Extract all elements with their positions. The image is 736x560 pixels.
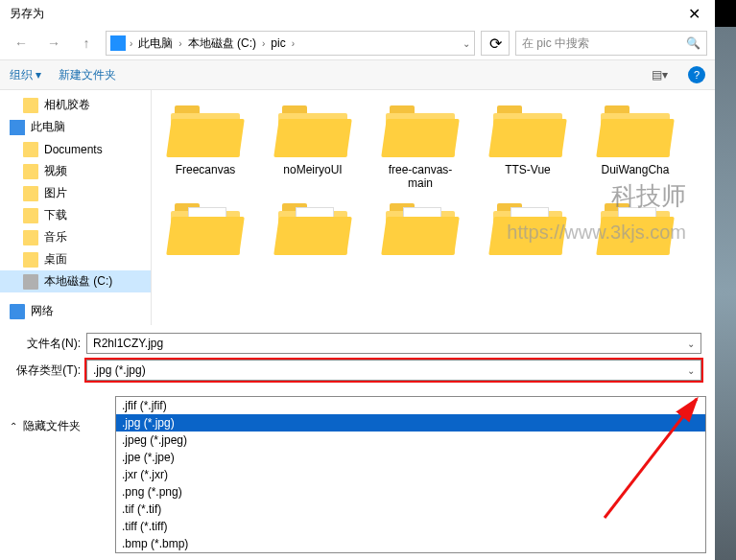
folder-item[interactable]: DuiWangCha [591,104,679,190]
folder-icon [171,201,240,255]
breadcrumb-seg[interactable]: pic [267,35,289,52]
chevron-right-icon: › [262,38,265,49]
breadcrumb-seg[interactable]: 本地磁盘 (C:) [184,34,260,54]
close-button[interactable]: ✕ [673,0,715,27]
folder-item[interactable] [484,201,572,261]
folder-icon [23,186,38,201]
folder-item[interactable] [376,201,464,261]
folder-icon [23,142,38,157]
sidebar-item-label: 图片 [44,185,67,201]
back-button[interactable]: ← [8,31,35,56]
folder-icon [386,104,455,157]
sidebar-item[interactable]: 本地磁盘 (C:) [0,270,151,292]
chevron-right-icon: › [130,38,132,49]
folder-item[interactable]: noMeiryoUI [269,104,357,190]
sidebar-item[interactable]: 桌面 [0,248,151,270]
pc-icon [10,120,25,135]
filetype-option[interactable]: .bmp (*.bmp) [116,535,705,552]
folder-item[interactable] [269,201,357,261]
breadcrumb-seg[interactable]: 此电脑 [134,34,177,54]
folder-label: Freecanvas [176,163,236,176]
fields: 文件名(N): R2hl1CZY.jpg ⌄ 保存类型(T): .jpg (*.… [0,325,715,381]
sidebar-item[interactable]: 下载 [0,204,151,226]
sidebar-item-label: 音乐 [44,229,67,245]
folder-icon [23,164,38,179]
filetype-option[interactable]: .jfif (*.jfif) [116,397,705,414]
disk-icon [23,274,38,290]
folder-item[interactable]: free-canvas-main [376,104,464,190]
breadcrumb[interactable]: › 此电脑 › 本地磁盘 (C:) › pic › ⌄ [106,31,475,56]
folder-icon [23,252,38,268]
help-button[interactable]: ? [688,66,705,83]
toolbar: 组织 ▾ 新建文件夹 ▤▾ ? [0,59,715,90]
chevron-down-icon[interactable]: ⌄ [463,38,470,49]
sidebar-item-label: 此电脑 [31,119,65,135]
view-mode-button[interactable]: ▤▾ [648,64,671,85]
folder-icon [278,104,347,157]
filename-label: 文件名(N): [13,336,86,352]
sidebar-item[interactable]: 视频 [0,160,151,182]
nav-row: ← → ↑ › 此电脑 › 本地磁盘 (C:) › pic › ⌄ ⟳ 在 pi… [0,27,715,59]
sidebar-item[interactable]: Documents [0,138,151,160]
sidebar-item[interactable]: 图片 [0,182,151,204]
filetype-option[interactable]: .tiff (*.tiff) [116,518,705,535]
search-placeholder: 在 pic 中搜索 [522,35,589,52]
sidebar-item[interactable]: 此电脑 [0,116,151,138]
save-as-dialog: 另存为 ✕ ← → ↑ › 此电脑 › 本地磁盘 (C:) › pic › ⌄ … [0,0,715,560]
filetype-option[interactable]: .png (*.png) [116,483,705,501]
sidebar-item[interactable]: 网络 [0,300,151,322]
sidebar-item[interactable]: 音乐 [0,226,151,248]
folder-icon [386,201,455,255]
filetype-option[interactable]: .jpe (*.jpe) [116,449,705,466]
filetype-option[interactable]: .tif (*.tif) [116,501,705,518]
chevron-right-icon: › [178,38,181,49]
forward-button: → [40,31,67,56]
sidebar-item-label: 相机胶卷 [44,97,90,113]
filetype-option[interactable]: .jxr (*.jxr) [116,466,705,483]
sidebar-item-label: 网络 [31,303,54,319]
filetype-dropdown[interactable]: .jfif (*.jfif).jpg (*.jpg).jpeg (*.jpeg)… [115,396,706,553]
folder-icon [23,208,38,223]
chevron-down-icon[interactable]: ⌄ [687,338,695,349]
chevron-right-icon: › [292,38,295,49]
folder-item[interactable] [161,201,249,261]
folder-icon [171,104,240,157]
background-strip [715,27,736,560]
new-folder-button[interactable]: 新建文件夹 [59,67,116,83]
sidebar-item-label: 下载 [44,207,67,223]
chevron-down-icon[interactable]: ⌄ [687,365,695,376]
folder-icon [278,201,347,255]
search-input[interactable]: 在 pic 中搜索 🔍 [515,31,707,56]
filename-input[interactable]: R2hl1CZY.jpg ⌄ [86,333,701,354]
sidebar-item-label: 桌面 [44,251,67,268]
folder-icon [493,201,562,255]
folder-icon [493,104,562,157]
refresh-icon: ⟳ [489,35,502,53]
organize-button[interactable]: 组织 ▾ [10,67,41,83]
search-icon: 🔍 [686,36,700,50]
sidebar-item-label: 视频 [44,163,67,179]
folder-label: DuiWangCha [602,163,670,176]
folder-item[interactable]: TTS-Vue [484,104,572,190]
filetype-label: 保存类型(T): [13,362,86,379]
folder-label: free-canvas-main [376,163,464,190]
folder-label: TTS-Vue [505,163,551,176]
folder-label: noMeiryoUI [283,163,342,176]
hide-folders-toggle[interactable]: ⌃ 隐藏文件夹 [10,418,81,434]
folder-item[interactable]: Freecanvas [161,104,249,190]
folder-icon [23,230,38,245]
filetype-option[interactable]: .jpg (*.jpg) [116,414,705,432]
file-list[interactable]: FreecanvasnoMeiryoUIfree-canvas-mainTTS-… [152,90,715,325]
refresh-button[interactable]: ⟳ [481,31,510,56]
sidebar-item-label: Documents [44,143,103,156]
filetype-select[interactable]: .jpg (*.jpg) ⌄ [86,360,701,381]
sidebar: 相机胶卷此电脑Documents视频图片下载音乐桌面本地磁盘 (C:)网络 [0,90,152,325]
net-icon [10,304,25,319]
up-button[interactable]: ↑ [73,31,100,56]
folder-icon [601,201,670,255]
filetype-option[interactable]: .jpeg (*.jpeg) [116,432,705,449]
sidebar-item-label: 本地磁盘 (C:) [44,273,112,290]
sidebar-item[interactable]: 相机胶卷 [0,94,151,116]
folder-item[interactable] [591,201,679,261]
folder-icon [23,98,38,113]
